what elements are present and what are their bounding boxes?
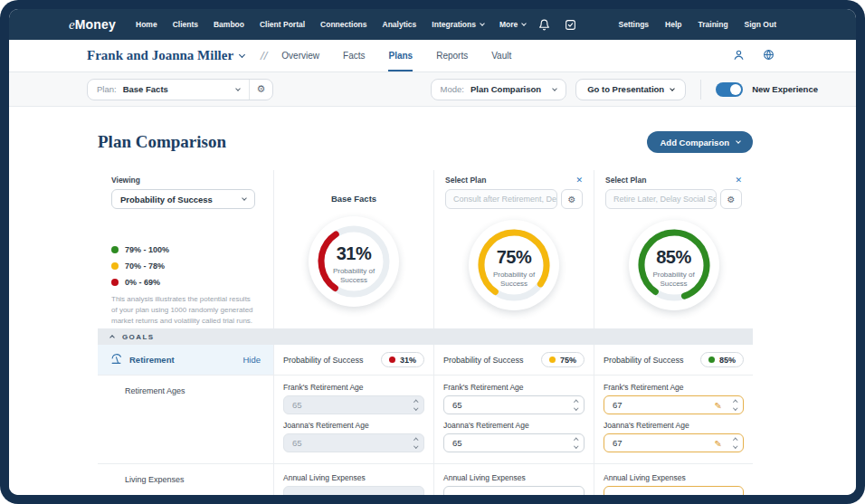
gauge-label: Probability of Success: [488, 271, 540, 290]
joanna-age-input-plan2[interactable]: [604, 433, 744, 452]
plan1-dropdown-value: Consult after Retirement, Del...: [453, 195, 557, 204]
mode-prefix: Mode:: [441, 84, 464, 94]
base-facts-column: Base Facts 31% Probability of Success: [273, 170, 433, 328]
joanna-age-label: Joanna's Retirement Age: [283, 421, 424, 430]
plan2-settings-gear-button[interactable]: ⚙: [720, 189, 742, 209]
nav-more-label: More: [499, 20, 518, 29]
plan1-settings-gear-button[interactable]: ⚙: [561, 189, 583, 209]
frank-age-input-plan2[interactable]: [604, 395, 744, 414]
gear-icon: ⚙: [568, 195, 576, 204]
go-to-presentation-button[interactable]: Go to Presentation: [575, 79, 686, 100]
plan1-dropdown[interactable]: Consult after Retirement, Del...: [445, 189, 557, 209]
tab-facts[interactable]: Facts: [343, 40, 365, 71]
tasks-check-square-icon[interactable]: [565, 19, 576, 31]
gauge-value: 75%: [497, 247, 532, 268]
nav-settings[interactable]: Settings: [619, 20, 650, 29]
monte-carlo-disclaimer: This analysis illustrates the potential …: [111, 294, 255, 327]
nav-bamboo[interactable]: Bamboo: [214, 20, 244, 29]
plan2-probability-cell: Probability of Success 85%: [594, 345, 753, 375]
emoney-logo[interactable]: eMoney: [69, 17, 116, 33]
top-icons: [538, 19, 576, 31]
toolbar-right: Mode: Plan Comparison Go to Presentation…: [431, 79, 818, 100]
plan2-dropdown[interactable]: Retire Later, Delay Social Sec...: [605, 189, 717, 209]
plan-prefix: Plan:: [97, 84, 117, 94]
legend-label: 0% - 69%: [125, 278, 160, 287]
tab-overview[interactable]: Overview: [281, 40, 319, 71]
frank-age-input-plan1[interactable]: [443, 395, 585, 414]
badge-value: 85%: [719, 356, 736, 365]
frank-age-field: [443, 395, 585, 414]
nav-connections[interactable]: Connections: [320, 20, 366, 29]
tab-vault[interactable]: Vault: [491, 40, 511, 71]
logo-rest: Money: [75, 17, 116, 32]
base-facts-header: Base Facts: [331, 194, 376, 204]
metric-name: Probability of Success: [604, 356, 684, 365]
stepper-icon[interactable]: [734, 401, 737, 410]
add-comparison-button[interactable]: Add Comparison: [647, 131, 753, 153]
nav-client-portal[interactable]: Client Portal: [260, 20, 305, 29]
nav-integrations[interactable]: Integrations: [432, 20, 484, 29]
plan-settings-gear-button[interactable]: ⚙: [249, 80, 272, 100]
nav-more[interactable]: More: [499, 20, 526, 29]
new-experience-toggle[interactable]: [716, 82, 743, 97]
nav-clients[interactable]: Clients: [173, 20, 198, 29]
main-content: Plan Comparison Add Comparison Viewing P…: [9, 107, 856, 495]
user-profile-icon[interactable]: [733, 48, 745, 64]
comparison-header-grid: Viewing Probability of Success 79% - 100…: [98, 170, 753, 328]
stepper-icon[interactable]: [575, 401, 578, 410]
annual-living-input-plan1[interactable]: [443, 486, 585, 495]
plan-select-group: Plan: Base Facts ⚙: [87, 79, 273, 100]
frank-age-group: Frank's Retirement Age: [443, 383, 585, 414]
gauge-label: Probability of Success: [328, 267, 380, 286]
goals-section-header[interactable]: GOALS: [98, 328, 753, 345]
living-expenses-row: Living Expenses Annual Living Expenses A…: [98, 464, 753, 495]
base-living-cell: Annual Living Expenses: [273, 464, 433, 495]
frank-age-label: Frank's Retirement Age: [283, 383, 424, 392]
client-bar: Frank and Joanna Miller // Overview Fact…: [9, 40, 856, 72]
tab-reports[interactable]: Reports: [436, 40, 468, 71]
legend-item-yellow: 70% - 78%: [111, 262, 255, 271]
retirement-ages-row: Retirement Ages Frank's Retirement Age J…: [98, 376, 753, 464]
client-bar-icons: [733, 40, 775, 71]
notifications-bell-icon[interactable]: [538, 19, 550, 31]
frank-age-field: [283, 395, 424, 414]
client-selector[interactable]: Frank and Joanna Miller: [87, 40, 244, 71]
window-frame: eMoney Home Clients Bamboo Client Portal…: [0, 0, 865, 504]
close-icon[interactable]: ✕: [735, 176, 742, 185]
annual-living-input-plan2[interactable]: [604, 486, 744, 495]
pencil-edit-icon: ✎: [715, 400, 722, 410]
plan2-gauge: 85% Probability of Success: [629, 220, 719, 310]
stepper-icon[interactable]: [734, 439, 737, 448]
plan2-select-row: Retire Later, Delay Social Sec... ⚙: [605, 189, 742, 209]
retirement-goal-cell: Retirement Hide: [98, 345, 273, 375]
stepper-icon[interactable]: [575, 439, 578, 448]
plan-select-dropdown[interactable]: Plan: Base Facts: [88, 80, 249, 100]
annual-living-group: Annual Living Expenses: [443, 473, 585, 495]
select-plan-label: Select Plan: [445, 176, 486, 185]
plan1-header-row: Select Plan ✕: [445, 176, 583, 185]
viewing-column: Viewing Probability of Success 79% - 100…: [98, 170, 273, 328]
living-expenses-label: Living Expenses: [98, 464, 273, 495]
top-nav-right: Settings Help Training Sign Out: [619, 20, 776, 29]
nav-home[interactable]: Home: [136, 20, 157, 29]
nav-analytics[interactable]: Analytics: [383, 20, 417, 29]
retirement-row: Retirement Hide Probability of Success 3…: [98, 345, 753, 376]
status-dot-icon: [549, 357, 556, 363]
legend-label: 70% - 78%: [125, 262, 165, 271]
title-row: Plan Comparison Add Comparison: [98, 128, 753, 156]
viewing-dropdown[interactable]: Probability of Success: [111, 189, 255, 209]
red-dot-icon: [111, 279, 119, 286]
nav-sign-out[interactable]: Sign Out: [745, 20, 776, 29]
probability-badge: 31%: [381, 352, 424, 367]
chevron-down-icon: [235, 86, 241, 91]
globe-language-icon[interactable]: [763, 48, 775, 64]
mode-select-group: Mode: Plan Comparison: [431, 79, 567, 100]
close-icon[interactable]: ✕: [575, 176, 583, 185]
hide-link[interactable]: Hide: [242, 355, 261, 365]
nav-help[interactable]: Help: [665, 20, 681, 29]
nav-integrations-label: Integrations: [432, 20, 476, 29]
nav-training[interactable]: Training: [699, 20, 728, 29]
mode-select-dropdown[interactable]: Mode: Plan Comparison: [432, 80, 566, 100]
joanna-age-input-plan1[interactable]: [443, 433, 585, 452]
tab-plans[interactable]: Plans: [388, 40, 413, 71]
